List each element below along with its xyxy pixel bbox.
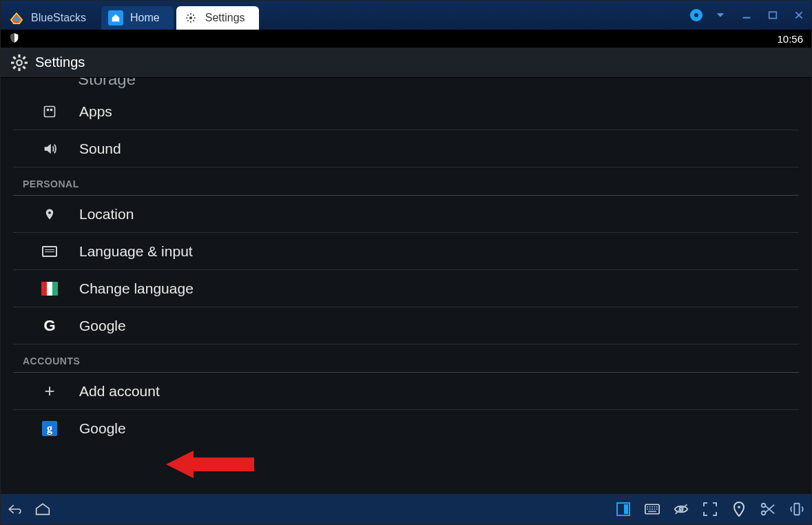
- svg-rect-5: [45, 106, 55, 116]
- gear-icon: [10, 54, 28, 72]
- bluestacks-logo-icon: [9, 10, 24, 25]
- settings-item-label: Location: [79, 206, 134, 223]
- home-nav-icon[interactable]: [35, 502, 50, 517]
- svg-rect-22: [656, 508, 658, 510]
- keyboard-nav-icon[interactable]: [645, 502, 660, 517]
- shield-icon: [9, 32, 20, 46]
- svg-point-0: [14, 17, 19, 21]
- maximize-button[interactable]: [764, 7, 781, 23]
- notification-dot-icon[interactable]: [690, 9, 702, 21]
- settings-item-add-account[interactable]: + Add account: [13, 373, 799, 410]
- svg-rect-21: [654, 508, 656, 510]
- svg-point-27: [762, 504, 766, 508]
- settings-header: Settings: [1, 48, 811, 78]
- device-shake-icon[interactable]: [789, 502, 804, 517]
- window-chrome: BlueStacks Home Settings: [1, 1, 811, 30]
- location-nav-icon[interactable]: [731, 502, 747, 517]
- status-time: 10:56: [777, 33, 803, 45]
- svg-rect-19: [649, 508, 651, 510]
- settings-item-change-language[interactable]: Change language: [13, 270, 799, 307]
- svg-point-1: [189, 17, 192, 19]
- settings-item-label: Sound: [79, 141, 121, 157]
- android-navbar: [1, 494, 811, 524]
- svg-rect-11: [624, 504, 628, 514]
- tab-settings-label: Settings: [205, 12, 245, 24]
- settings-item-label: Google: [79, 420, 126, 437]
- sound-icon: [41, 140, 59, 158]
- settings-item-sound[interactable]: Sound: [13, 130, 799, 167]
- settings-list[interactable]: Storage Apps Sound PERSONAL Location Lan…: [1, 78, 811, 494]
- settings-item-location[interactable]: Location: [13, 196, 799, 233]
- settings-item-language-input[interactable]: Language & input: [13, 233, 799, 270]
- svg-rect-14: [649, 506, 651, 508]
- section-title-personal: PERSONAL: [13, 167, 799, 196]
- svg-point-28: [762, 511, 766, 515]
- brand-tab: BlueStacks: [6, 6, 98, 30]
- tab-home[interactable]: Home: [101, 6, 174, 30]
- minimize-button[interactable]: [738, 7, 755, 23]
- brand-label: BlueStacks: [31, 12, 86, 24]
- svg-rect-3: [769, 12, 777, 18]
- settings-item-label: Google: [79, 318, 126, 334]
- svg-point-8: [48, 211, 51, 214]
- svg-marker-9: [166, 451, 254, 478]
- google-blue-icon: g: [41, 420, 59, 438]
- scissors-icon[interactable]: [760, 502, 775, 517]
- window-toggle-icon[interactable]: [616, 502, 631, 517]
- android-statusbar: 10:56: [1, 30, 811, 48]
- back-icon[interactable]: [8, 502, 23, 517]
- section-title-accounts: ACCOUNTS: [13, 344, 799, 373]
- home-icon: [108, 10, 123, 25]
- flag-icon: [41, 280, 59, 298]
- svg-rect-23: [648, 511, 656, 513]
- svg-rect-6: [47, 108, 49, 110]
- svg-rect-16: [654, 506, 656, 508]
- tab-home-label: Home: [130, 12, 160, 24]
- settings-title: Settings: [35, 54, 85, 70]
- settings-item-label: Add account: [79, 383, 160, 400]
- fullscreen-icon[interactable]: [702, 502, 718, 517]
- settings-item-label: Change language: [79, 280, 194, 297]
- svg-rect-20: [652, 508, 653, 510]
- svg-rect-15: [652, 506, 653, 508]
- google-g-icon: G: [41, 317, 59, 335]
- keyboard-icon: [41, 243, 59, 260]
- svg-point-26: [738, 506, 740, 508]
- location-icon: [41, 205, 59, 223]
- close-button[interactable]: [791, 7, 807, 23]
- annotation-arrow-icon: [166, 447, 256, 482]
- svg-rect-2: [743, 17, 751, 19]
- visibility-off-icon[interactable]: [674, 502, 689, 517]
- gear-icon: [183, 10, 198, 25]
- settings-item-apps[interactable]: Apps: [13, 93, 799, 130]
- dropdown-icon[interactable]: [712, 7, 729, 23]
- plus-icon: +: [41, 382, 59, 400]
- svg-rect-13: [647, 506, 648, 508]
- settings-item-label: Language & input: [79, 243, 193, 260]
- cutoff-item: Storage: [13, 78, 799, 93]
- settings-item-label: Apps: [79, 103, 112, 120]
- svg-rect-18: [647, 508, 648, 510]
- settings-item-google[interactable]: G Google: [13, 307, 799, 344]
- svg-point-4: [17, 60, 22, 65]
- settings-item-google-account[interactable]: g Google: [13, 410, 799, 447]
- tab-settings[interactable]: Settings: [176, 6, 259, 30]
- window-controls: [690, 1, 807, 30]
- svg-rect-7: [50, 108, 52, 110]
- svg-rect-29: [794, 504, 799, 515]
- svg-rect-17: [656, 506, 658, 508]
- apps-icon: [41, 103, 59, 121]
